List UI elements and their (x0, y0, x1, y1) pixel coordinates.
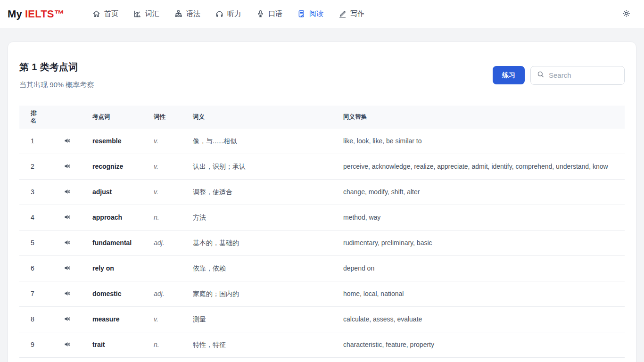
word-cell: trait (88, 332, 149, 357)
word-cell: measure (88, 307, 149, 332)
practice-button[interactable]: 练习 (493, 66, 525, 84)
synonyms-cell: rudimentary, preliminary, basic (339, 230, 625, 255)
main-nav: 首页 词汇 语法 听力 口语 阅读 写作 (92, 9, 364, 18)
synonyms-cell: characteristic, feature, property (339, 332, 625, 357)
header-audio (61, 113, 88, 122)
synonyms-cell: perceive, acknowledge, realize, apprecia… (339, 154, 625, 179)
app-header: My IELTS™ 首页 词汇 语法 听力 口语 阅读 写作 (0, 0, 644, 28)
rank-cell: 7 (19, 281, 61, 306)
speaker-icon (64, 264, 72, 273)
table-row: 5 fundamental adj. 基本的，基础的 rudimentary, … (19, 230, 625, 256)
table-row: 1 resemble v. 像，与......相似 like, look, li… (19, 129, 625, 154)
nav-item-writing[interactable]: 写作 (338, 9, 364, 18)
speaker-icon (64, 239, 72, 248)
word-cell: fundamental (88, 230, 149, 255)
nav-item-speaking[interactable]: 口语 (256, 9, 282, 18)
pos-cell: n. (149, 205, 188, 230)
rank-cell: 1 (19, 129, 61, 154)
synonyms-cell: depend on (339, 256, 625, 281)
pos-cell: v. (149, 154, 188, 179)
table-row: 2 recognize v. 认出，识别；承认 perceive, acknow… (19, 154, 625, 180)
speaker-button[interactable] (62, 288, 73, 300)
table-row: 6 rely on 依靠，依赖 depend on (19, 256, 625, 281)
theme-toggle-button[interactable] (619, 8, 633, 21)
speaker-button[interactable] (62, 339, 73, 351)
speaker-icon (64, 315, 72, 324)
speaker-icon (64, 162, 72, 172)
meaning-cell: 特性，特征 (188, 332, 339, 357)
speaker-button[interactable] (62, 314, 73, 325)
synonyms-cell: calculate, assess, evaluate (339, 307, 625, 332)
table-row: 3 adjust v. 调整，使适合 change, modify, shift… (19, 180, 625, 205)
page-title: 第 1 类考点词 (19, 61, 94, 74)
search-input[interactable] (549, 71, 619, 79)
audio-cell (61, 182, 88, 203)
pos-cell: v. (149, 307, 188, 332)
meaning-cell: 认出，识别；承认 (188, 154, 339, 179)
nav-item-vocabulary[interactable]: 词汇 (133, 9, 159, 18)
speaker-icon (64, 289, 72, 299)
meaning-cell: 调整，使适合 (188, 180, 339, 205)
rank-cell: 4 (19, 205, 61, 230)
speaker-button[interactable] (62, 161, 73, 173)
meaning-cell: 测量 (188, 307, 339, 332)
page-main: 第 1 类考点词 当其出现 90% 概率考察 练习 排名 (0, 28, 644, 362)
page-subtitle: 当其出现 90% 概率考察 (19, 81, 94, 90)
word-cell: domestic (88, 281, 149, 306)
speaker-icon (64, 188, 72, 197)
word-cell: resemble (88, 129, 149, 154)
brand-logo-prefix: My (8, 8, 22, 20)
header-synonyms: 同义替换 (339, 109, 625, 125)
speaker-icon (64, 213, 72, 222)
audio-cell (61, 207, 88, 228)
audio-cell (61, 131, 88, 152)
pos-cell: v. (149, 180, 188, 205)
pos-cell: adj. (149, 230, 188, 255)
nav-item-home[interactable]: 首页 (92, 9, 118, 18)
rank-cell: 5 (19, 230, 61, 255)
search-box (530, 66, 625, 85)
meaning-cell: 像，与......相似 (188, 129, 339, 154)
rank-cell: 8 (19, 307, 61, 332)
rank-cell: 9 (19, 332, 61, 357)
table-row: 8 measure v. 测量 calculate, assess, evalu… (19, 307, 625, 332)
brand-logo-suffix: IELTS™ (25, 8, 65, 20)
table-header-row: 排名 考点词 词性 词义 同义替换 (19, 106, 625, 129)
word-cell: approach (88, 205, 149, 230)
rank-cell: 6 (19, 256, 61, 281)
speaker-button[interactable] (62, 187, 73, 198)
word-cell: rely on (88, 256, 149, 281)
sun-icon (622, 9, 631, 19)
header-meaning: 词义 (188, 109, 339, 125)
speaker-button[interactable] (62, 136, 73, 147)
pos-cell: n. (149, 332, 188, 357)
speaker-icon (64, 340, 72, 350)
nav-item-listening[interactable]: 听力 (215, 9, 241, 18)
speaker-icon (64, 137, 72, 146)
speaker-button[interactable] (62, 238, 73, 249)
title-block: 第 1 类考点词 当其出现 90% 概率考察 (19, 61, 94, 90)
audio-cell (61, 309, 88, 330)
speaker-button[interactable] (62, 212, 73, 223)
pos-cell: v. (149, 129, 188, 154)
headphones-icon (215, 9, 224, 18)
speaker-button[interactable] (62, 263, 73, 274)
synonyms-cell: home, local, national (339, 281, 625, 306)
vocab-table: 排名 考点词 词性 词义 同义替换 1 resemble v (19, 106, 625, 358)
synonyms-cell: like, look, like, be similar to (339, 129, 625, 154)
card-header: 第 1 类考点词 当其出现 90% 概率考察 练习 (19, 61, 625, 90)
search-icon (537, 70, 545, 80)
pencil-icon (338, 9, 347, 18)
word-cell: recognize (88, 154, 149, 179)
nav-item-reading[interactable]: 阅读 (297, 9, 323, 18)
word-cell: adjust (88, 180, 149, 205)
meaning-cell: 基本的，基础的 (188, 230, 339, 255)
header-word: 考点词 (88, 109, 149, 125)
table-row: 7 domestic adj. 家庭的；国内的 home, local, nat… (19, 281, 625, 307)
meaning-cell: 依靠，依赖 (188, 256, 339, 281)
header-actions: 练习 (493, 66, 625, 85)
chart-icon (133, 9, 142, 18)
nav-item-grammar[interactable]: 语法 (174, 9, 200, 18)
pos-cell: adj. (149, 281, 188, 306)
brand-logo[interactable]: My IELTS™ (8, 8, 65, 20)
